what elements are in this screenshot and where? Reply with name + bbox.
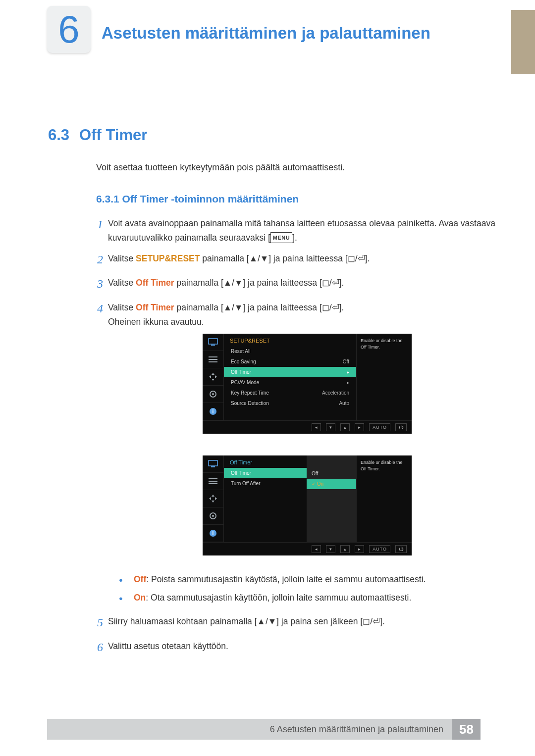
bullet-list: ● Off: Poista sammutusajastin käytöstä, … [119, 574, 490, 610]
nav-down-icon: ▾ [326, 545, 335, 553]
nav-auto: AUTO [369, 545, 390, 553]
osd-row-eco: Eco SavingOff [224, 356, 356, 367]
svg-rect-3 [209, 359, 217, 360]
section-heading: 6.3Off Timer [48, 126, 147, 144]
step-4: 4 Valitse Off Timer painamalla [▲/▼] ja … [92, 299, 495, 329]
svg-text:i: i [213, 409, 214, 414]
step-number: 1 [92, 215, 108, 245]
step-1: 1 Voit avata avainoppaan painamalla mitä… [92, 215, 495, 245]
chapter-number-badge: 6 [47, 6, 91, 53]
nav-right-icon: ▸ [355, 423, 364, 431]
osd-header: SETUP&RESET [224, 334, 356, 346]
osd-row-offtimer: Off Timer [224, 468, 307, 478]
osd-row-source: Source DetectionAuto [224, 398, 356, 408]
arrows-icon [203, 490, 223, 507]
osd-nav-bar: ◂ ▾ ▴ ▸ AUTO ⏻ [203, 542, 412, 555]
subsection-heading: 6.3.1 Off Timer -toiminnon määrittäminen [96, 193, 299, 205]
nav-power-icon: ⏻ [395, 423, 407, 431]
svg-text:i: i [213, 531, 214, 536]
menu-label-box: MENU [270, 232, 292, 243]
osd-menu-panel: Off Timer Off Timer Turn Off After Off ✓… [223, 455, 356, 542]
step-6: 6 Valittu asetus otetaan käyttöön. [92, 638, 495, 657]
osd-nav-bar: ◂ ▾ ▴ ▸ AUTO ⏻ [203, 420, 412, 434]
section-number: 6.3 [48, 126, 69, 144]
arrows-icon [203, 368, 223, 386]
step-body: Valitse SETUP&RESET painamalla [▲/▼] ja … [108, 250, 370, 270]
section-title: Off Timer [79, 126, 147, 144]
intro-text: Voit asettaa tuotteen kytkeytymään pois … [96, 162, 345, 173]
osd-description: Enable or disable the Off Timer. [356, 455, 412, 542]
page-number: 58 [452, 719, 481, 740]
step-number: 6 [92, 638, 108, 657]
osd-row-pcav: PC/AV Mode▸ [224, 377, 356, 388]
step-body: Valitse Off Timer painamalla [▲/▼] ja pa… [108, 274, 344, 294]
setup-reset-highlight: SETUP&RESET [136, 253, 200, 263]
svg-point-6 [212, 393, 214, 395]
nav-up-icon: ▴ [340, 423, 350, 431]
svg-rect-13 [209, 483, 217, 484]
nav-up-icon: ▴ [340, 545, 350, 553]
bullet-dot-icon: ● [119, 593, 134, 605]
nav-right-icon: ▸ [355, 545, 364, 553]
bullet-on: ● On: Ota sammutusajastin käyttöön, joll… [119, 593, 490, 605]
info-icon: i [203, 525, 223, 542]
gear-icon [203, 386, 223, 403]
footer-text: 6 Asetusten määrittäminen ja palauttamin… [270, 724, 443, 735]
steps-list-lower: 5 Siirry haluamaasi kohtaan painamalla [… [92, 613, 495, 662]
step-number: 5 [92, 613, 108, 633]
step-body: Voit avata avainoppaan painamalla mitä t… [108, 215, 495, 245]
svg-rect-0 [209, 339, 217, 344]
svg-rect-4 [209, 361, 217, 362]
osd-screenshot-1: i SETUP&RESET Reset All Eco SavingOff Of… [203, 334, 412, 434]
osd-menu-panel: SETUP&RESET Reset All Eco SavingOff Off … [223, 334, 356, 420]
step-3: 3 Valitse Off Timer painamalla [▲/▼] ja … [92, 274, 495, 294]
osd-sidebar: i [203, 455, 223, 542]
osd-sidebar: i [203, 334, 223, 420]
steps-list: 1 Voit avata avainoppaan painamalla mitä… [92, 215, 495, 334]
nav-left-icon: ◂ [312, 545, 321, 553]
osd-dropdown: Off ✓ On [307, 455, 356, 542]
osd-header: Off Timer [224, 455, 307, 468]
nav-down-icon: ▾ [326, 423, 335, 431]
footer-bar: 6 Asetusten määrittäminen ja palauttamin… [47, 719, 452, 740]
list-icon [203, 351, 223, 368]
osd-row-reset: Reset All [224, 346, 356, 356]
info-icon: i [203, 403, 223, 420]
bullet-dot-icon: ● [119, 574, 134, 587]
monitor-icon [203, 334, 223, 351]
svg-rect-11 [209, 478, 217, 479]
svg-rect-1 [211, 345, 215, 346]
on-label: On [134, 593, 146, 603]
off-timer-highlight: Off Timer [136, 278, 174, 288]
osd-screenshot-2: i Off Timer Off Timer Turn Off After Off… [203, 455, 412, 555]
list-icon [203, 473, 223, 490]
bullet-off: ● Off: Poista sammutusajastin käytöstä, … [119, 574, 490, 587]
step-2: 2 Valitse SETUP&RESET painamalla [▲/▼] j… [92, 250, 495, 270]
gear-icon [203, 507, 223, 525]
top-accent-band [511, 10, 535, 74]
svg-rect-2 [209, 356, 217, 357]
off-label: Off [134, 574, 146, 584]
svg-rect-12 [209, 481, 217, 482]
osd-description: Enable or disable the Off Timer. [356, 334, 412, 420]
svg-point-15 [212, 515, 214, 517]
dropdown-option-on: ✓ On [307, 479, 356, 489]
dropdown-option-off: Off [307, 468, 356, 479]
step-body: Siirry haluamaasi kohtaan painamalla [▲/… [108, 613, 385, 633]
step-body: Valittu asetus otetaan käyttöön. [108, 638, 228, 657]
step-5: 5 Siirry haluamaasi kohtaan painamalla [… [92, 613, 495, 633]
step-number: 4 [92, 299, 108, 329]
step-number: 2 [92, 250, 108, 270]
osd-row-offtimer: Off Timer▸ [224, 367, 356, 377]
svg-rect-9 [209, 460, 217, 466]
monitor-icon [203, 455, 223, 473]
osd-row-keyrepeat: Key Repeat TimeAcceleration [224, 388, 356, 398]
nav-power-icon: ⏻ [395, 545, 407, 553]
step-body: Valitse Off Timer painamalla [▲/▼] ja pa… [108, 299, 344, 329]
osd-row-turnoffafter: Turn Off After [224, 478, 307, 489]
step-number: 3 [92, 274, 108, 294]
nav-auto: AUTO [369, 423, 390, 431]
svg-rect-10 [211, 466, 215, 467]
nav-left-icon: ◂ [312, 423, 321, 431]
chapter-title: Asetusten määrittäminen ja palauttaminen [102, 24, 430, 43]
